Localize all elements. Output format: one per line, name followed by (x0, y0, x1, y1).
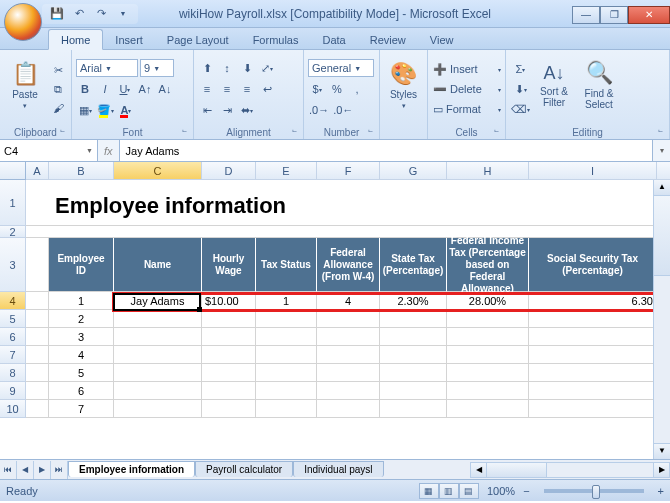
find-select-button[interactable]: 🔍Find & Select (577, 52, 621, 118)
formula-input[interactable]: Jay Adams (120, 140, 652, 161)
decrease-indent-icon[interactable]: ⇤ (198, 101, 216, 119)
align-left-icon[interactable]: ≡ (198, 80, 216, 98)
cell[interactable] (202, 400, 256, 418)
sort-filter-button[interactable]: A↓Sort & Filter (534, 52, 574, 118)
cell[interactable] (529, 346, 657, 364)
row-header[interactable]: 4 (0, 292, 26, 310)
zoom-out-button[interactable]: − (523, 485, 529, 497)
cell[interactable]: 4 (317, 292, 380, 310)
cell[interactable] (202, 310, 256, 328)
shrink-font-icon[interactable]: A↓ (156, 80, 174, 98)
cell[interactable] (317, 328, 380, 346)
tab-page-layout[interactable]: Page Layout (155, 30, 241, 49)
paste-button[interactable]: 📋Paste▾ (4, 52, 46, 118)
cell[interactable] (380, 364, 447, 382)
tab-data[interactable]: Data (310, 30, 357, 49)
format-cells-button[interactable]: ▭Format▾ (432, 100, 502, 118)
increase-indent-icon[interactable]: ⇥ (218, 101, 236, 119)
grow-font-icon[interactable]: A↑ (136, 80, 154, 98)
cell[interactable] (114, 310, 202, 328)
col-header[interactable]: D (202, 162, 256, 180)
scroll-thumb[interactable] (487, 463, 547, 477)
cell[interactable] (114, 400, 202, 418)
italic-button[interactable]: I (96, 80, 114, 98)
col-header[interactable]: B (49, 162, 114, 180)
zoom-level[interactable]: 100% (487, 485, 515, 497)
col-header[interactable]: I (529, 162, 657, 180)
cell[interactable] (380, 400, 447, 418)
cell[interactable]: $10.00 (202, 292, 256, 310)
qat-dropdown-icon[interactable]: ▼ (114, 6, 132, 22)
col-header[interactable] (657, 162, 670, 180)
comma-icon[interactable]: , (348, 80, 366, 98)
align-top-icon[interactable]: ⬆ (198, 59, 216, 77)
close-button[interactable]: ✕ (628, 6, 670, 24)
last-sheet-icon[interactable]: ⏭ (51, 461, 68, 479)
cell[interactable] (202, 346, 256, 364)
minimize-button[interactable]: — (572, 6, 600, 24)
font-color-button[interactable]: A▾ (117, 101, 135, 119)
undo-icon[interactable]: ↶ (70, 6, 88, 22)
first-sheet-icon[interactable]: ⏮ (0, 461, 17, 479)
scroll-right-icon[interactable]: ▶ (653, 463, 669, 477)
vertical-scrollbar[interactable]: ▲ ▼ (653, 180, 670, 459)
row-header[interactable]: 3 (0, 238, 26, 292)
cell[interactable] (317, 382, 380, 400)
cell[interactable]: 6 (49, 382, 114, 400)
styles-button[interactable]: 🎨Styles▾ (384, 52, 423, 118)
cell[interactable] (317, 364, 380, 382)
cell[interactable]: 3 (49, 328, 114, 346)
cell[interactable] (317, 346, 380, 364)
cell[interactable] (256, 400, 317, 418)
spreadsheet-grid[interactable]: A B C D E F G H I 1 Employee information… (0, 162, 670, 459)
row-header[interactable]: 8 (0, 364, 26, 382)
row-header[interactable]: 2 (0, 226, 26, 238)
insert-cells-button[interactable]: ➕Insert▾ (432, 60, 502, 78)
fx-icon[interactable]: fx (104, 145, 113, 157)
cell[interactable] (380, 382, 447, 400)
tab-insert[interactable]: Insert (103, 30, 155, 49)
cell[interactable]: 5 (49, 364, 114, 382)
cell[interactable] (447, 400, 529, 418)
row-header[interactable]: 10 (0, 400, 26, 418)
cell[interactable] (114, 382, 202, 400)
prev-sheet-icon[interactable]: ◀ (17, 461, 34, 479)
col-header[interactable]: F (317, 162, 380, 180)
tab-formulas[interactable]: Formulas (241, 30, 311, 49)
fill-icon[interactable]: ⬇▾ (510, 80, 531, 98)
align-right-icon[interactable]: ≡ (238, 80, 256, 98)
save-icon[interactable]: 💾 (48, 6, 66, 22)
sheet-tab[interactable]: Individual paysl (293, 461, 383, 477)
cell[interactable] (317, 310, 380, 328)
row-header[interactable]: 7 (0, 346, 26, 364)
cell[interactable]: 1 (49, 292, 114, 310)
col-header[interactable]: H (447, 162, 529, 180)
align-bottom-icon[interactable]: ⬇ (238, 59, 256, 77)
scroll-down-icon[interactable]: ▼ (654, 443, 670, 459)
border-button[interactable]: ▦▾ (76, 101, 94, 119)
tab-home[interactable]: Home (48, 29, 103, 50)
bold-button[interactable]: B (76, 80, 94, 98)
cell[interactable]: 2.30% (380, 292, 447, 310)
cell[interactable]: 2 (49, 310, 114, 328)
underline-button[interactable]: U▾ (116, 80, 134, 98)
cell[interactable]: 4 (49, 346, 114, 364)
cut-icon[interactable]: ✂ (49, 61, 67, 79)
next-sheet-icon[interactable]: ▶ (34, 461, 51, 479)
cell[interactable]: Jay Adams (114, 292, 202, 310)
col-header[interactable]: C (114, 162, 202, 180)
cell[interactable] (447, 346, 529, 364)
col-header[interactable]: E (256, 162, 317, 180)
row-header[interactable]: 9 (0, 382, 26, 400)
page-layout-view-icon[interactable]: ▥ (439, 483, 459, 499)
cell[interactable] (202, 328, 256, 346)
orientation-icon[interactable]: ⤢▾ (258, 59, 276, 77)
cell[interactable] (202, 382, 256, 400)
cell[interactable] (529, 364, 657, 382)
cell[interactable] (447, 328, 529, 346)
cell[interactable] (256, 364, 317, 382)
row-header[interactable]: 6 (0, 328, 26, 346)
cell[interactable] (114, 328, 202, 346)
merge-center-icon[interactable]: ⬌▾ (238, 101, 256, 119)
cell[interactable] (447, 382, 529, 400)
